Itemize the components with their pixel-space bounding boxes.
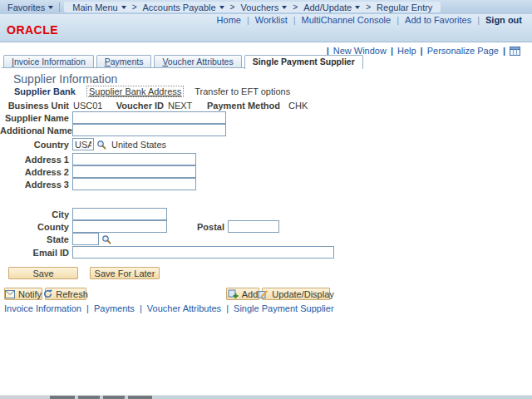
breadcrumb-accounts-payable[interactable]: Accounts Payable <box>140 2 228 12</box>
taskbar-segment <box>128 396 152 399</box>
city-row: City <box>0 208 167 220</box>
footer-link-voucher-attributes[interactable]: Voucher Attributes <box>147 303 221 313</box>
supplier-name-row: Supplier Name <box>0 111 226 124</box>
dropdown-caret-icon <box>48 6 53 9</box>
main-menu[interactable]: Main Menu <box>69 2 129 12</box>
header-links: Home | Worklist | MultiChannel Console |… <box>217 15 522 25</box>
update-display-button-label: Update/Display <box>272 288 334 300</box>
city-label: City <box>0 209 72 219</box>
notify-button[interactable]: Notify <box>4 288 42 300</box>
supplier-name-label: Supplier Name <box>0 113 72 123</box>
state-row: State <box>0 233 111 245</box>
tab-label: oucher Attributes <box>168 57 234 66</box>
additional-name-row: Additional Name <box>0 124 226 136</box>
envelope-icon <box>5 290 15 298</box>
copy-url-icon[interactable] <box>510 47 520 56</box>
supplier-action-links: Supplier Bank Supplier Bank Address Tran… <box>14 86 290 96</box>
main-menu-label: Main Menu <box>72 2 117 12</box>
help-link[interactable]: Help <box>397 46 416 56</box>
address3-label: Address 3 <box>0 180 72 190</box>
supplier-bank-address-link[interactable]: Supplier Bank Address <box>87 86 183 96</box>
refresh-button-label: Refresh <box>56 288 88 300</box>
link-separator: | <box>293 15 296 25</box>
postal-label: Postal <box>173 222 228 232</box>
supplier-bank-link[interactable]: Supplier Bank <box>14 86 76 96</box>
home-link[interactable]: Home <box>217 15 241 25</box>
country-input[interactable] <box>72 138 94 150</box>
payment-method-label: Payment Method <box>200 101 280 111</box>
add-icon <box>228 289 239 299</box>
breadcrumb-vouchers[interactable]: Vouchers <box>237 2 290 12</box>
state-input[interactable] <box>72 233 99 245</box>
link-separator: | <box>391 46 393 56</box>
add-to-favorites-link[interactable]: Add to Favorites <box>405 15 471 25</box>
address1-row: Address 1 <box>0 153 196 165</box>
supplier-name-input[interactable] <box>72 111 226 124</box>
add-button-label: Add <box>242 288 259 300</box>
additional-name-input[interactable] <box>72 124 226 136</box>
taskbar-segment <box>50 396 75 399</box>
favorites-menu-label: Favorites <box>7 2 45 12</box>
dropdown-caret-icon <box>282 6 287 9</box>
email-id-label: Email ID <box>0 248 72 258</box>
link-separator: | <box>397 15 399 25</box>
state-label: State <box>0 234 72 244</box>
business-unit-value: USC01 <box>73 101 102 111</box>
address2-input[interactable] <box>72 165 196 178</box>
taskbar-strip <box>0 395 532 399</box>
breadcrumb-separator: > <box>366 2 371 12</box>
footer-link-payments[interactable]: Payments <box>94 303 135 313</box>
tab-accesskey: P <box>105 57 111 66</box>
email-id-input[interactable] <box>72 246 334 259</box>
breadcrumb-separator: > <box>230 2 235 12</box>
voucher-id-label: Voucher ID <box>100 101 164 111</box>
address1-input[interactable] <box>72 153 196 165</box>
address2-label: Address 2 <box>0 167 72 177</box>
tab-voucher-attributes[interactable]: Voucher Attributes <box>154 55 241 67</box>
breadcrumb-regular-entry: Regular Entry <box>373 2 436 12</box>
save-button[interactable]: Save <box>8 267 78 279</box>
link-separator: | <box>86 303 89 313</box>
update-display-button[interactable]: Update/Display <box>262 288 330 300</box>
link-separator: | <box>226 303 229 313</box>
footer-link-invoice-information[interactable]: Invoice Information <box>4 303 81 313</box>
county-input[interactable] <box>72 220 167 233</box>
address3-input[interactable] <box>72 178 196 190</box>
address3-row: Address 3 <box>0 178 196 190</box>
footer-page-links: Invoice Information | Payments | Voucher… <box>4 303 334 313</box>
postal-input[interactable] <box>228 220 279 233</box>
additional-name-label: Additional Name <box>0 126 72 135</box>
county-postal-row: County Postal <box>0 220 279 233</box>
voucher-summary-row: Business Unit USC01 Voucher ID NEXT Paym… <box>0 101 532 111</box>
transfer-to-eft-options-link[interactable]: Transfer to EFT options <box>195 86 290 96</box>
tab-label: ayments <box>111 57 144 66</box>
sign-out-link[interactable]: Sign out <box>485 15 522 25</box>
multichannel-console-link[interactable]: MultiChannel Console <box>302 15 392 25</box>
page-title: Supplier Information <box>13 72 117 86</box>
refresh-button[interactable]: Refresh <box>45 288 86 300</box>
footer-link-single-payment-supplier[interactable]: Single Payment Supplier <box>234 303 333 313</box>
tab-payments[interactable]: Payments <box>96 55 152 67</box>
personalize-page-link[interactable]: Personalize Page <box>427 46 499 56</box>
country-display-value: United States <box>111 140 166 150</box>
add-button[interactable]: Add <box>226 288 259 300</box>
save-for-later-button[interactable]: Save For Later <box>90 267 160 279</box>
taskbar-strip-right <box>155 396 532 399</box>
tab-single-payment-supplier[interactable]: Single Payment Supplier <box>244 55 363 69</box>
menu-separator <box>59 2 60 12</box>
country-lookup-icon[interactable] <box>96 140 106 150</box>
state-lookup-icon[interactable] <box>101 234 111 244</box>
address1-label: Address 1 <box>0 155 72 165</box>
county-label: County <box>0 222 72 232</box>
city-input[interactable] <box>72 208 167 220</box>
link-separator: | <box>140 303 142 313</box>
breadcrumb-label: Regular Entry <box>377 2 432 12</box>
favorites-menu[interactable]: Favorites <box>4 2 57 12</box>
address2-row: Address 2 <box>0 165 196 178</box>
breadcrumb-add-update[interactable]: Add/Update <box>300 2 363 12</box>
tab-invoice-information[interactable]: Invoice Information <box>3 55 94 67</box>
update-display-icon <box>258 289 268 299</box>
voucher-id-value: NEXT <box>168 101 192 111</box>
breadcrumb-separator: > <box>132 2 137 12</box>
worklist-link[interactable]: Worklist <box>255 15 288 25</box>
